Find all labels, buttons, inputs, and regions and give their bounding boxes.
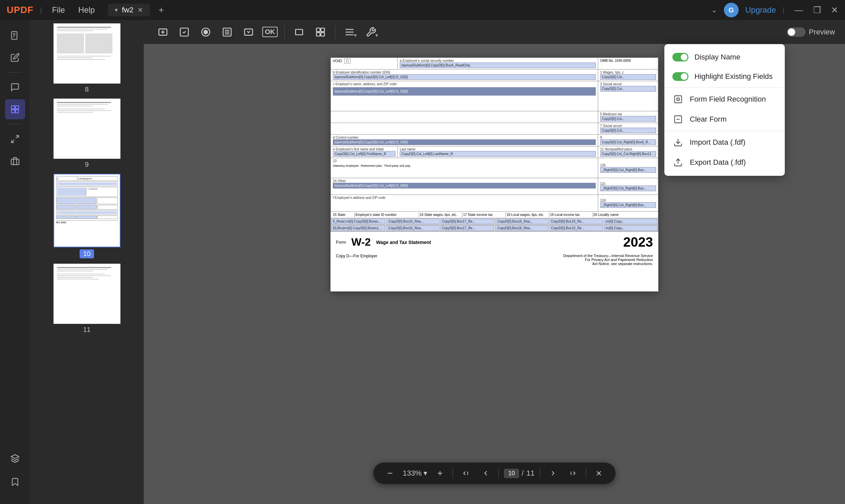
checkbox-tool-button[interactable] (175, 23, 193, 41)
file-menu[interactable]: File (49, 4, 68, 16)
bt-sep-2 (498, 468, 499, 479)
single-view-button[interactable] (290, 23, 308, 41)
box-f-field[interactable]: topmostSubform[0].CopyD[0].Col_Left[0].f… (333, 183, 596, 188)
combobox-tool-button[interactable] (240, 23, 258, 41)
clear-form-item[interactable]: Clear Form (665, 109, 785, 129)
state-field-2[interactable]: [0].Box|rm[0].CopyD[0].Boxes15_ReadO... (331, 225, 385, 231)
box-12d-field[interactable]: _RightD[0].Col_Right[0].Box... (600, 202, 656, 208)
sidebar-item-layers[interactable] (5, 449, 25, 469)
multi-view-button[interactable] (311, 23, 329, 41)
box-7-field[interactable]: CopyD[0].Col... (600, 128, 656, 133)
box-3-field[interactable]: CopyD[0].Col... (600, 86, 656, 92)
box-3-label: 3 Social securi (600, 82, 656, 86)
sidebar-item-form[interactable] (5, 99, 25, 119)
sidebar-item-document[interactable] (5, 25, 25, 46)
box-15-label: 15 State (333, 213, 345, 217)
maximize-button[interactable]: ❐ (813, 5, 821, 15)
box-5-field[interactable]: CopyD[0].Col... (600, 116, 656, 122)
svg-line-9 (11, 140, 14, 142)
sidebar-item-pages[interactable] (5, 129, 25, 149)
add-tab-button[interactable]: + (158, 5, 164, 15)
svg-rect-7 (15, 110, 18, 113)
text-field-tool-button[interactable] (154, 23, 172, 41)
box18-field2[interactable]: .CopyD[0].Box18_Rea... (495, 225, 549, 231)
user-avatar[interactable]: G (724, 3, 739, 17)
window-dropdown-button[interactable]: ⌄ (711, 6, 717, 14)
upgrade-button[interactable]: Upgrade (745, 5, 776, 15)
box-11-label: 11 Nonqualified plans (600, 147, 656, 151)
box-5-cell: 5 Medicare wa CopyD[0].Col... (598, 111, 658, 123)
settings-chevron-icon: ▾ (354, 32, 357, 38)
box20-field[interactable]: rm[0].Copy... (604, 219, 658, 224)
sidebar-item-organize[interactable] (5, 151, 25, 171)
highlight-fields-item[interactable]: Highlight Existing Fields (665, 67, 785, 86)
thumbnail-panel[interactable]: 8 9 b a Emplo (30, 20, 144, 504)
page-number-display: / 11 (504, 469, 535, 478)
thumb-label-8: 8 (85, 86, 89, 93)
svg-rect-5 (15, 106, 18, 109)
box-a-field[interactable]: topmostSubform[0].CopyD[0].BoxA_ReadOnly (400, 62, 596, 68)
thumbnail-page-8[interactable]: 8 (53, 23, 120, 93)
active-tab[interactable]: ▾ fw2 ✕ (108, 4, 150, 16)
form-label: Form (336, 240, 346, 245)
form-field-recognition-item[interactable]: Form Field Recognition (665, 89, 785, 109)
preview-toggle-switch[interactable] (787, 28, 806, 37)
thumbnail-page-11[interactable]: 11 (53, 264, 120, 334)
box-1-label: 1 Wages, tips, c (600, 71, 656, 74)
listbox-tool-button[interactable] (218, 23, 236, 41)
zoom-in-button[interactable]: + (433, 466, 447, 481)
svg-rect-24 (316, 28, 320, 32)
box-1-field[interactable]: CopyD[0].Col... (600, 74, 656, 80)
first-name-field[interactable]: CopyD[0].Col_Left[0].FirstName_R (333, 151, 395, 157)
wrench-button[interactable]: ▾ (362, 23, 380, 41)
left-sidebar (0, 20, 30, 504)
display-name-toggle-switch[interactable] (672, 53, 688, 61)
box18-field[interactable]: .CopyD[0].Box18_Rea... (495, 219, 549, 224)
box-d-field[interactable]: topmostSubform[0].CopyD[0].Col_Left[0].f… (333, 139, 596, 145)
radio-tool-button[interactable] (197, 23, 215, 41)
box-b-field[interactable]: topmostSubform[0].CopyD[0].Col_Left[0].f… (333, 74, 596, 80)
close-bottom-toolbar-button[interactable] (591, 466, 606, 481)
zoom-out-button[interactable]: − (383, 466, 397, 481)
preview-toggle-container: Preview (787, 28, 835, 37)
box-12b-field[interactable]: _RightD[0].Col_Right[0].Box... (600, 167, 656, 173)
button-tool-button[interactable]: OK (261, 23, 279, 41)
export-data-item[interactable]: Export Data (.fdf) (665, 152, 785, 173)
next-page-button[interactable] (546, 466, 560, 481)
thumbnail-page-10[interactable]: b a Employee's c Employer (53, 174, 120, 258)
last-page-button[interactable] (566, 466, 581, 481)
form-field-recognition-icon (672, 94, 684, 104)
box17-field2[interactable]: CopyD[0].Box17_Re... (440, 225, 494, 231)
highlight-fields-toggle-switch[interactable] (672, 72, 688, 81)
box19-field[interactable]: CopyD[0].Box19_Re... (549, 219, 603, 224)
box16-field2[interactable]: .CopyD[0].Box16_Rea... (386, 225, 439, 231)
box20-field2[interactable]: rm[0].Copy... (604, 225, 658, 231)
box-9-field[interactable]: CopyD[0].Col_Right[0].Box9_R... (600, 139, 656, 145)
sidebar-item-comment[interactable] (5, 77, 25, 97)
first-page-button[interactable] (458, 466, 473, 481)
sidebar-item-edit[interactable] (5, 48, 25, 68)
box16-field[interactable]: .CopyD[0].Box16_Rea... (386, 219, 439, 224)
box-12c-field[interactable]: _RightD[0].Col_Right[0].Box... (600, 185, 656, 191)
prev-page-button[interactable] (478, 466, 493, 481)
help-menu[interactable]: Help (75, 4, 98, 16)
zoom-dropdown-icon[interactable]: ▾ (424, 469, 427, 478)
box19-field2[interactable]: CopyD[0].Box19_Re... (549, 225, 603, 231)
box-c-field[interactable]: topmostSubform[0].CopyD[0].Col_Left[0].f… (333, 87, 596, 95)
settings-dropdown-button[interactable]: ▾ (341, 23, 359, 41)
display-name-item[interactable]: Display Name (665, 48, 785, 67)
box-20-cell: 20 Locality name (593, 212, 657, 217)
close-window-button[interactable]: ✕ (831, 5, 838, 15)
state-field-1[interactable]: 6_Read.rm[0].CopyD[0].Boxes15_ReadO... (331, 219, 385, 224)
sidebar-item-bookmark[interactable] (5, 472, 25, 492)
highlight-fields-toggle[interactable] (672, 72, 688, 81)
display-name-toggle[interactable] (672, 53, 688, 61)
current-page-input[interactable] (504, 469, 519, 478)
minimize-button[interactable]: — (794, 5, 803, 15)
tab-close-button[interactable]: ✕ (137, 6, 143, 14)
import-data-item[interactable]: Import Data (.fdf) (665, 132, 785, 152)
thumbnail-page-9[interactable]: 9 (53, 98, 120, 168)
box-11-field[interactable]: CopyD[0].Col_Col.Right[0].Box11 (600, 151, 656, 157)
box17-field[interactable]: CopyD[0].Box17_Re... (440, 219, 494, 224)
last-name-field[interactable]: CopyD[0].Col_Left[0].LastName_R (400, 151, 596, 157)
